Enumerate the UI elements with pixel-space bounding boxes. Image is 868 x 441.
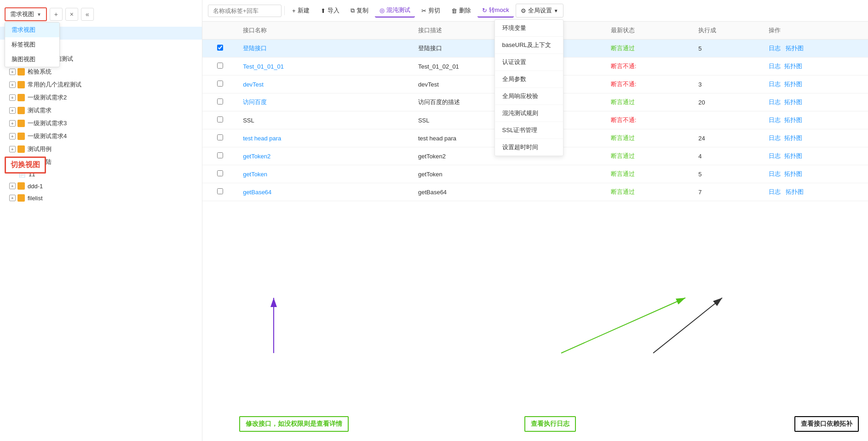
collapse-sidebar-button[interactable]: « — [81, 8, 94, 21]
api-name-link[interactable]: getToken — [243, 171, 267, 178]
dropdown-env-var[interactable]: 环境变量 — [495, 20, 563, 37]
log-link[interactable]: 日志 — [769, 45, 781, 52]
log-link[interactable]: 日志 — [769, 152, 781, 159]
log-link[interactable]: 日志 — [769, 134, 781, 141]
tree-item-ddd[interactable]: + ddd-1 — [0, 180, 202, 192]
api-name-link[interactable]: getBase64 — [243, 189, 271, 196]
row-checkbox[interactable] — [217, 170, 223, 176]
exec-cell — [693, 111, 763, 129]
tree-item-filelist[interactable]: + filelist — [0, 192, 202, 204]
api-desc: test head para — [418, 135, 456, 142]
col-header-action: 操作 — [763, 22, 868, 40]
tree-item-demand3[interactable]: + 一级测试需求3 — [0, 117, 202, 130]
col-header-name: 接口名称 — [237, 22, 413, 40]
folder-icon — [17, 145, 25, 153]
tree-item-inspection[interactable]: + 检验系统 — [0, 65, 202, 78]
search-input[interactable] — [208, 5, 282, 17]
new-button[interactable]: + 新建 — [287, 4, 314, 17]
row-checkbox[interactable] — [217, 152, 223, 158]
row-checkbox[interactable] — [217, 81, 223, 87]
topology-link[interactable]: 拓扑图 — [784, 81, 802, 87]
api-desc: getToken2 — [418, 153, 446, 160]
col-header-checkbox — [202, 22, 237, 40]
chevron-down-icon: ▼ — [554, 8, 558, 13]
folder-icon — [17, 182, 25, 190]
api-desc: 访问百度的描述 — [418, 99, 460, 105]
api-name-link[interactable]: devTest — [243, 81, 264, 88]
sidebar-header: 需求视图 ▼ 需求视图 标签视图 脑图视图 + × « — [0, 5, 202, 24]
row-checkbox[interactable] — [217, 134, 223, 140]
row-checkbox[interactable] — [217, 116, 223, 122]
chaos-test-button[interactable]: ◎ 混沌测试 — [375, 4, 415, 17]
log-link[interactable]: 日志 — [769, 116, 781, 123]
dropdown-timeout[interactable]: 设置超时时间 — [495, 139, 563, 156]
table-row: getToken getToken 断言通过 5 日志拓扑图 — [202, 165, 868, 183]
api-name-cell: 登陆接口 — [237, 40, 413, 58]
api-name-link[interactable]: test head para — [243, 135, 281, 142]
dropdown-global-response[interactable]: 全局响应校验 — [495, 88, 563, 105]
row-checkbox[interactable] — [217, 99, 223, 104]
dropdown-baseurl[interactable]: baseURL及上下文 — [495, 37, 563, 54]
dropdown-item-tag[interactable]: 标签视图 — [5, 37, 59, 52]
dropdown-item-demand[interactable]: 需求视图 — [5, 23, 59, 37]
import-button[interactable]: ⬆ 导入 — [316, 4, 344, 17]
folder-icon — [17, 107, 25, 114]
tree-item-demand4[interactable]: + 一级测试需求4 — [0, 130, 202, 143]
close-view-button[interactable]: × — [65, 8, 78, 21]
scissors-icon: ✂ — [421, 7, 426, 14]
tree-item-label: 一级测试需求2 — [28, 93, 67, 102]
api-name-link[interactable]: SSL — [243, 117, 254, 124]
cut-label: 剪切 — [428, 6, 440, 15]
tree-item-demand2[interactable]: + 一级测试需求2 — [0, 91, 202, 104]
topology-link[interactable]: 拓扑图 — [786, 45, 804, 52]
topology-link[interactable]: 拓扑图 — [784, 170, 802, 177]
api-name-link[interactable]: Test_01_01_01 — [243, 63, 284, 70]
log-link[interactable]: 日志 — [769, 63, 781, 70]
dropdown-ssl[interactable]: SSL证书管理 — [495, 122, 563, 139]
expand-icon: + — [9, 133, 16, 139]
dropdown-global-params[interactable]: 全局参数 — [495, 71, 563, 88]
api-name-link[interactable]: getToken2 — [243, 153, 270, 160]
row-checkbox[interactable] — [217, 188, 223, 194]
topology-link[interactable]: 拓扑图 — [784, 134, 802, 141]
api-name-link[interactable]: 访问百度 — [243, 99, 267, 105]
topology-link[interactable]: 拓扑图 — [784, 116, 802, 123]
settings-icon: ⚙ — [521, 7, 526, 14]
copy-button[interactable]: ⧉ 复制 — [346, 4, 373, 17]
log-link[interactable]: 日志 — [769, 188, 781, 195]
view-selector[interactable]: 需求视图 ▼ — [5, 7, 47, 21]
tree-item-testcase[interactable]: + 测试用例 — [0, 143, 202, 156]
tree-item-common[interactable]: + 常用的几个流程测试 — [0, 78, 202, 91]
status-badge: 断言不通: — [611, 116, 637, 123]
sidebar: 需求视图 ▼ 需求视图 标签视图 脑图视图 + × « + 站点测试 + — [0, 0, 202, 441]
expand-icon: + — [9, 195, 16, 201]
tree-item-label: 检验系统 — [28, 68, 52, 76]
topology-link[interactable]: 拓扑图 — [784, 152, 802, 159]
folder-icon — [17, 133, 25, 140]
row-checkbox[interactable] — [217, 63, 223, 69]
global-settings-button[interactable]: ⚙ 全局设置 ▼ — [516, 4, 563, 17]
exec-cell: 5 — [693, 165, 763, 183]
cut-button[interactable]: ✂ 剪切 — [417, 4, 445, 17]
delete-button[interactable]: 🗑 删除 — [447, 4, 476, 17]
add-view-button[interactable]: + — [50, 8, 63, 21]
log-link[interactable]: 日志 — [769, 99, 781, 105]
log-link[interactable]: 日志 — [769, 170, 781, 177]
delete-label: 删除 — [459, 6, 471, 15]
status-badge: 断言不通: — [611, 63, 637, 70]
tree-item-test-req[interactable]: + 测试需求 — [0, 104, 202, 117]
topology-link[interactable]: 拓扑图 — [784, 63, 802, 70]
view-selector-label: 需求视图 — [10, 10, 34, 18]
dropdown-item-mindmap[interactable]: 脑图视图 — [5, 52, 59, 67]
api-desc: Test_01_02_01 — [418, 63, 459, 70]
to-mock-button[interactable]: ↻ 转mock — [477, 4, 514, 17]
topology-link[interactable]: 拓扑图 — [784, 99, 802, 105]
status-badge: 断言通过 — [611, 188, 635, 195]
toolbar: 名称或标签+回车 + 新建 ⬆ 导入 ⧉ 复制 ◎ 混沌测试 — [202, 0, 868, 22]
dropdown-auth[interactable]: 认证设置 — [495, 54, 563, 71]
dropdown-chaos-rules[interactable]: 混沌测试规则 — [495, 105, 563, 122]
row-checkbox[interactable] — [217, 45, 223, 51]
log-link[interactable]: 日志 — [769, 81, 781, 87]
topology-link[interactable]: 拓扑图 — [786, 188, 804, 195]
api-name-link[interactable]: 登陆接口 — [243, 45, 267, 52]
